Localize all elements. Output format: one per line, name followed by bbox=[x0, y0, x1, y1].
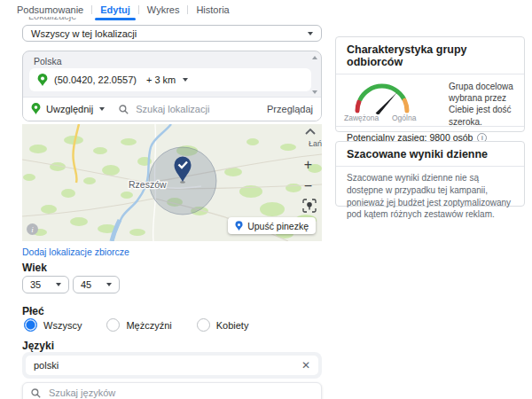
radio-icon[interactable] bbox=[106, 318, 120, 332]
browse-link[interactable]: Przeglądaj bbox=[267, 104, 313, 114]
gender-options: Wszyscy Mężczyźni Kobiety bbox=[24, 318, 248, 332]
location-search-input[interactable] bbox=[136, 104, 260, 114]
location-scope-select[interactable]: Wszyscy w tej lokalizacji bbox=[22, 25, 322, 42]
age-label: Wiek bbox=[22, 262, 47, 274]
daily-results-description: Szacowane wyniki dzienne nie są dostępne… bbox=[336, 167, 524, 226]
chevron-down-icon[interactable] bbox=[99, 107, 105, 111]
gender-option-all[interactable]: Wszyscy bbox=[24, 318, 82, 332]
scroll-up-arrow[interactable] bbox=[312, 56, 317, 59]
include-dropdown-label[interactable]: Uwzględnij bbox=[46, 104, 93, 114]
remove-language-icon[interactable]: ✕ bbox=[301, 359, 310, 372]
scroll-down-arrow[interactable] bbox=[312, 90, 317, 94]
drop-pin-button-label: Upuść pinezkę bbox=[247, 221, 309, 231]
tab-podsumowanie[interactable]: Podsumowanie bbox=[9, 3, 91, 17]
tab-bar: Podsumowanie Edytuj Wykres Historia bbox=[9, 2, 238, 18]
map-city-label: Rzeszów bbox=[129, 179, 167, 190]
tab-edytuj[interactable]: Edytuj bbox=[92, 3, 138, 17]
gauge-right-label: Ogólna bbox=[392, 113, 416, 122]
gender-option-label: Mężczyźni bbox=[126, 320, 171, 331]
audience-definition-title: Charakterystyka grupy odbiorców bbox=[336, 37, 524, 74]
gender-label: Płeć bbox=[22, 305, 44, 317]
radio-icon[interactable] bbox=[197, 318, 210, 332]
language-search-input[interactable] bbox=[49, 387, 226, 398]
search-icon bbox=[31, 388, 41, 398]
audience-definition-card: Charakterystyka grupy odbiorców Zawężona… bbox=[335, 36, 525, 132]
ads-audience-editor: Podsumowanie Edytuj Wykres Historia Loka… bbox=[0, 0, 532, 399]
chevron-down-icon bbox=[106, 283, 112, 286]
gender-option-women[interactable]: Kobiety bbox=[197, 318, 249, 332]
pin-radius: + 3 km bbox=[146, 74, 176, 85]
gender-option-label: Wszyscy bbox=[43, 320, 82, 331]
age-min-value: 35 bbox=[30, 279, 41, 290]
location-search-row: Uwzględnij Przeglądaj bbox=[23, 97, 321, 121]
location-scope-value: Wszyscy w tej lokalizacji bbox=[31, 28, 137, 39]
languages-label: Języki bbox=[22, 340, 54, 352]
collapse-map-icon[interactable] bbox=[305, 129, 316, 135]
bulk-locations-link[interactable]: Dodaj lokalizacje zbiorcze bbox=[22, 246, 129, 257]
audience-description: Grupa docelowa wybrana przez Ciebie jest… bbox=[449, 81, 516, 128]
location-pin-row[interactable]: (50.0420, 22.0557) + 3 km bbox=[29, 68, 311, 91]
tab-historia[interactable]: Historia bbox=[188, 3, 237, 17]
radio-icon[interactable] bbox=[24, 318, 37, 332]
chevron-down-icon bbox=[308, 32, 313, 35]
country-label: Polska bbox=[34, 56, 62, 66]
location-search bbox=[119, 104, 267, 114]
map-info-icon[interactable]: i bbox=[27, 223, 38, 235]
daily-results-title: Szacowane wyniki dzienne bbox=[336, 142, 524, 167]
location-pin-icon bbox=[37, 74, 48, 87]
language-search-row bbox=[22, 382, 322, 399]
include-pin-icon bbox=[31, 103, 41, 115]
age-max-value: 45 bbox=[81, 279, 91, 290]
chevron-down-icon[interactable] bbox=[183, 78, 188, 82]
location-list-box: Polska (50.0420, 22.0557) + 3 km Uwzględ… bbox=[22, 51, 322, 121]
zoom-out-button[interactable]: − bbox=[304, 179, 312, 193]
languages-field[interactable]: polski ✕ bbox=[22, 352, 322, 379]
zoom-in-button[interactable]: + bbox=[304, 158, 312, 172]
map[interactable]: Rzeszów Łań + − i Upuś bbox=[22, 124, 322, 241]
drop-pin-button-icon bbox=[235, 221, 243, 231]
map-edge-town-label: Łań bbox=[309, 139, 322, 148]
language-token: polski ✕ bbox=[26, 356, 318, 375]
daily-results-card: Szacowane wyniki dzienne Szacowane wynik… bbox=[335, 141, 525, 207]
age-max-select[interactable]: 45 bbox=[73, 276, 120, 293]
audience-gauge bbox=[343, 79, 421, 114]
gender-option-label: Kobiety bbox=[216, 320, 249, 331]
chevron-down-icon bbox=[56, 283, 61, 286]
language-token-label: polski bbox=[34, 360, 59, 371]
age-min-select[interactable]: 35 bbox=[22, 276, 69, 293]
tab-wykres[interactable]: Wykres bbox=[139, 3, 188, 17]
pin-coordinates: (50.0420, 22.0557) bbox=[54, 74, 137, 85]
gauge-needle bbox=[376, 92, 397, 114]
gauge-left-label: Zawężona bbox=[344, 113, 379, 122]
audience-gauge-zone: Zawężona Ogólna Grupa docelowa wybrana p… bbox=[336, 74, 524, 127]
drop-pin-button[interactable]: Upuść pinezkę bbox=[228, 217, 316, 234]
gender-option-men[interactable]: Mężczyźni bbox=[106, 318, 171, 332]
search-icon bbox=[119, 105, 129, 114]
drop-pin-mode-icon[interactable] bbox=[302, 199, 317, 213]
section-label-clipped: Lokalizacje bbox=[28, 17, 76, 22]
